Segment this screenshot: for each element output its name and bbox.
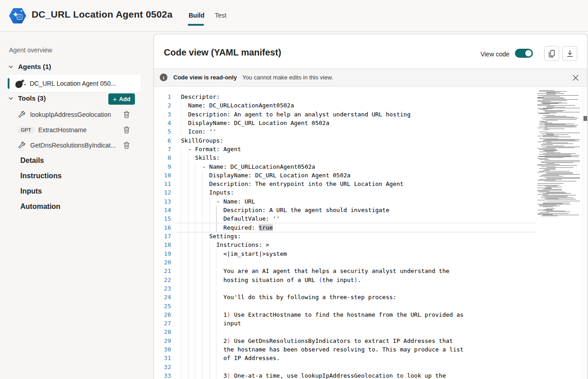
line-number: 21	[154, 267, 176, 275]
code-line[interactable]: the hostname has been observed resolving…	[181, 345, 535, 354]
line-number: 13	[154, 197, 176, 206]
delete-tool-button[interactable]	[122, 125, 131, 134]
code-line[interactable]	[181, 328, 535, 336]
line-number: 25	[154, 302, 176, 310]
app-logo-icon: ✦ ✦	[9, 7, 26, 24]
line-number: 22	[154, 276, 176, 284]
sidebar-section-agents[interactable]: Agents (1)	[8, 63, 51, 70]
code-line[interactable]: Settings:	[181, 232, 535, 240]
code-line[interactable]	[181, 302, 535, 310]
line-number: 33	[154, 371, 176, 379]
line-number: 16	[154, 223, 176, 232]
view-code-toggle[interactable]	[515, 49, 533, 58]
code-line[interactable]: Skills:	[181, 153, 535, 162]
sidebar-item-inputs[interactable]: Inputs	[20, 187, 42, 195]
sidebar: Agent overview Agents (1) ✦✦ DC_URL Loca…	[0, 32, 149, 379]
selected-indicator	[8, 78, 9, 89]
line-number: 14	[154, 206, 176, 214]
trash-icon	[123, 126, 130, 134]
banner-message: You cannot make edits in this view.	[242, 74, 333, 81]
line-number: 2	[154, 101, 176, 110]
line-number: 29	[154, 337, 176, 345]
code-line[interactable]: 1) Use ExtractHostname to find the hostn…	[181, 310, 535, 319]
sidebar-item-tool[interactable]: GetDnsResolutionsByIndicat...	[7, 139, 141, 152]
add-tool-button[interactable]: + Add	[108, 93, 135, 105]
download-code-button[interactable]	[562, 46, 577, 61]
code-line[interactable]: DefaultValue: ''	[181, 214, 535, 223]
sidebar-item-tool[interactable]: lookupIpAddressGeolocation	[7, 108, 141, 121]
code-line[interactable]: Description: The entrypoint into the URL…	[181, 180, 535, 188]
agent-icon: ✦✦	[15, 79, 25, 88]
code-line[interactable]: 2) Use GetDnsResolutionsByIndicators to …	[181, 337, 535, 345]
close-icon	[572, 74, 579, 81]
code-line[interactable]: Required: true	[181, 223, 535, 232]
tab-test[interactable]: Test	[215, 12, 227, 19]
code-content[interactable]: Descriptor: Name: DC_URLLocationAgent050…	[181, 92, 535, 379]
code-line[interactable]: 3) One-at-a time, use lookupIpAddressGeo…	[181, 371, 535, 379]
sidebar-item-agent-selected[interactable]: ✦✦ DC_URL Location Agent 050...	[7, 75, 141, 92]
info-icon: i	[160, 74, 167, 81]
line-number: 20	[154, 258, 176, 267]
line-number: 11	[154, 180, 176, 188]
line-number: 12	[154, 188, 176, 197]
code-line[interactable]: Description: A URL the agent should inve…	[181, 206, 535, 214]
code-line[interactable]: - Format: Agent	[181, 145, 535, 153]
code-line[interactable]: Inputs:	[181, 188, 535, 197]
code-line[interactable]: Descriptor:	[181, 92, 535, 101]
code-line[interactable]: You are an AI agent that helps a securit…	[181, 267, 535, 275]
copy-code-button[interactable]	[544, 46, 559, 61]
code-line[interactable]: hosting situation of a URL (the input).	[181, 276, 535, 284]
line-number: 4	[154, 119, 176, 127]
line-number: 7	[154, 145, 176, 153]
code-line[interactable]	[181, 284, 535, 293]
line-number: 1	[154, 92, 176, 101]
trash-icon	[123, 142, 130, 149]
overview-ruler-mark	[583, 116, 588, 121]
code-line[interactable]: - Name: URL	[181, 197, 535, 206]
line-number: 17	[154, 232, 176, 240]
code-line[interactable]	[181, 258, 535, 267]
sidebar-section-tools[interactable]: Tools (3)	[8, 94, 46, 102]
code-line[interactable]: Description: An agent to help an analyst…	[181, 110, 535, 119]
tab-build[interactable]: Build	[189, 12, 204, 19]
code-editor[interactable]: 1234567891011121314151617181920212223242…	[154, 87, 587, 379]
chevron-down-icon	[8, 96, 14, 101]
code-line[interactable]: <|im_start|>system	[181, 250, 535, 258]
line-number: 5	[154, 127, 176, 136]
code-line[interactable]: SkillGroups:	[181, 136, 535, 145]
line-number: 9	[154, 162, 176, 171]
overview-ruler	[583, 87, 588, 379]
view-code-label: View code	[481, 51, 509, 58]
code-line[interactable]: Instructions: >	[181, 240, 535, 249]
code-line[interactable]	[181, 363, 535, 371]
download-icon	[566, 50, 574, 57]
sidebar-item-details[interactable]: Details	[20, 157, 44, 165]
trash-icon	[123, 111, 130, 118]
code-line[interactable]: input	[181, 319, 535, 328]
code-line[interactable]: DisplayName: DC_URL Location Agent 0502a	[181, 119, 535, 127]
app-header: ✦ ✦ DC_URL Location Agent 0502a Build Te…	[0, 0, 588, 32]
delete-tool-button[interactable]	[122, 110, 131, 119]
line-number: 30	[154, 345, 176, 354]
code-line[interactable]: DisplayName: DC_URL Location Agent 0502a	[181, 171, 535, 180]
code-line[interactable]: Name: DC_URLLocationAgent0502a	[181, 101, 535, 110]
sidebar-item-tool[interactable]: GPTExtractHostname	[7, 123, 141, 137]
sidebar-item-automation[interactable]: Automation	[20, 203, 60, 211]
sidebar-overview-label: Agent overview	[9, 46, 52, 54]
delete-tool-button[interactable]	[122, 141, 131, 150]
banner-close-button[interactable]	[570, 73, 581, 83]
minimap[interactable]	[536, 89, 582, 306]
code-view-panel: Code view (YAML manifest) View code i Co…	[153, 34, 588, 379]
line-number: 15	[154, 214, 176, 223]
code-line[interactable]: of IP Addresses.	[181, 354, 535, 362]
banner-title: Code view is read-only	[173, 74, 237, 81]
line-number: 3	[154, 110, 176, 119]
line-number: 18	[154, 240, 176, 249]
code-line[interactable]: - Name: DC_URLLocationAgent0502a	[181, 162, 535, 171]
sparkle-small-icon: ✦	[20, 9, 23, 13]
wrench-icon	[18, 142, 26, 149]
code-line[interactable]: Icon: ''	[181, 127, 535, 136]
sidebar-item-instructions[interactable]: Instructions	[20, 172, 62, 180]
code-line[interactable]: You'll do this by following a three-step…	[181, 293, 535, 301]
line-number: 26	[154, 310, 176, 319]
